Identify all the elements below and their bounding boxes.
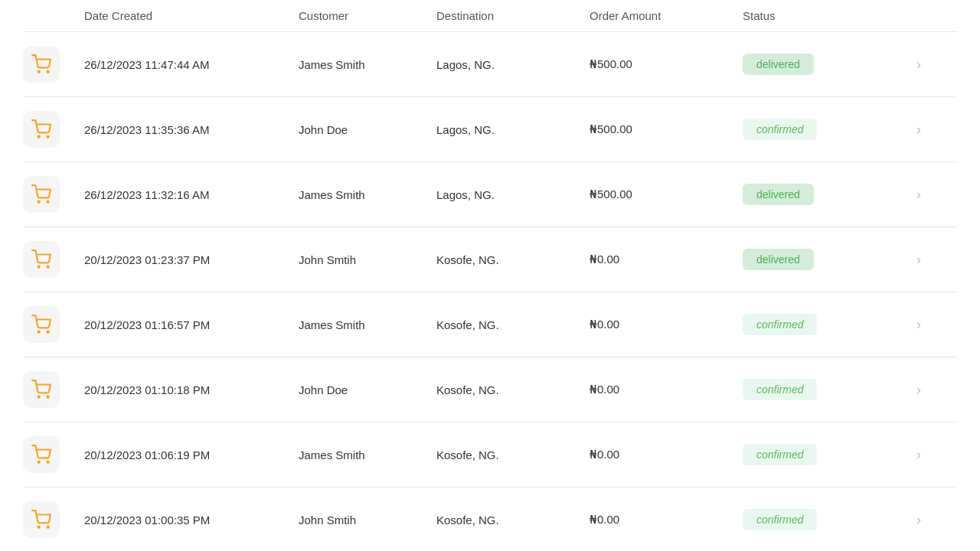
row-status-cell: confirmed (743, 444, 896, 465)
svg-point-6 (38, 266, 40, 268)
status-badge: confirmed (743, 314, 817, 335)
cart-icon-cell (23, 371, 84, 408)
table-row[interactable]: 26/12/2023 11:35:36 AM John Doe Lagos, N… (23, 97, 957, 162)
table-row[interactable]: 20/12/2023 01:06:19 PM James Smith Kosof… (23, 422, 957, 487)
header-order-amount: Order Amount (590, 9, 743, 22)
row-destination: Kosofe, NG. (436, 514, 590, 527)
cart-icon (31, 380, 51, 399)
status-badge: delivered (743, 54, 814, 75)
row-date: 26/12/2023 11:47:44 AM (84, 58, 299, 71)
cart-icon-wrapper (23, 436, 60, 473)
row-customer: John Doe (299, 123, 436, 136)
chevron-right-icon: › (916, 447, 921, 463)
row-action[interactable]: › (896, 317, 942, 333)
status-badge: confirmed (743, 379, 817, 400)
cart-icon (31, 445, 51, 465)
row-action[interactable]: › (896, 382, 942, 398)
row-action[interactable]: › (896, 512, 942, 528)
header-status: Status (743, 9, 896, 22)
row-destination: Kosofe, NG. (436, 318, 590, 331)
cart-icon-cell (23, 241, 84, 278)
cart-icon-wrapper (23, 46, 60, 83)
row-date: 20/12/2023 01:10:18 PM (84, 383, 299, 396)
svg-point-15 (47, 527, 49, 528)
header-destination: Destination (436, 9, 590, 22)
row-date: 20/12/2023 01:06:19 PM (84, 448, 299, 461)
row-status-cell: delivered (743, 249, 896, 270)
svg-point-5 (47, 201, 49, 203)
row-customer: John Smtih (299, 514, 436, 527)
row-status-cell: confirmed (743, 314, 896, 335)
svg-point-10 (38, 396, 40, 398)
cart-icon-cell (23, 176, 84, 213)
svg-point-14 (38, 527, 40, 528)
status-badge: delivered (743, 249, 814, 270)
row-customer: John Smtih (299, 253, 436, 266)
svg-point-2 (38, 136, 40, 138)
table-row[interactable]: 20/12/2023 01:23:37 PM John Smtih Kosofe… (23, 227, 957, 292)
table-row[interactable]: 26/12/2023 11:47:44 AM James Smith Lagos… (23, 32, 957, 97)
chevron-right-icon: › (916, 317, 921, 333)
status-badge: delivered (743, 184, 814, 205)
row-action[interactable]: › (896, 57, 942, 73)
orders-table: Date Created Customer Destination Order … (0, 0, 980, 551)
row-customer: John Doe (299, 383, 436, 396)
table-row[interactable]: 20/12/2023 01:00:35 PM John Smtih Kosofe… (23, 487, 957, 551)
row-action[interactable]: › (896, 447, 942, 463)
row-amount: ₦500.00 (590, 57, 743, 71)
table-row[interactable]: 20/12/2023 01:16:57 PM James Smith Kosof… (23, 292, 957, 357)
svg-point-3 (47, 136, 49, 138)
cart-icon-wrapper (23, 306, 60, 343)
row-destination: Kosofe, NG. (436, 253, 590, 266)
row-amount: ₦0.00 (590, 383, 743, 396)
cart-icon-wrapper (23, 111, 60, 148)
row-amount: ₦0.00 (590, 448, 743, 461)
row-date: 20/12/2023 01:16:57 PM (84, 318, 299, 331)
row-status-cell: delivered (743, 184, 896, 205)
svg-point-11 (47, 396, 49, 398)
row-customer: James Smith (299, 318, 436, 331)
row-amount: ₦0.00 (590, 318, 743, 331)
chevron-right-icon: › (916, 122, 921, 138)
svg-point-7 (47, 266, 49, 268)
svg-point-8 (38, 331, 40, 333)
table-body: 26/12/2023 11:47:44 AM James Smith Lagos… (23, 32, 957, 551)
header-icon-col (23, 9, 84, 22)
status-badge: confirmed (743, 509, 817, 530)
table-row[interactable]: 20/12/2023 01:10:18 PM John Doe Kosofe, … (23, 357, 957, 422)
row-status-cell: confirmed (743, 379, 896, 400)
cart-icon-cell (23, 306, 84, 343)
row-destination: Lagos, NG. (436, 123, 590, 136)
cart-icon-cell (23, 111, 84, 148)
svg-point-13 (47, 461, 49, 463)
svg-point-0 (38, 71, 40, 73)
row-status-cell: confirmed (743, 119, 896, 140)
svg-point-12 (38, 461, 40, 463)
row-destination: Kosofe, NG. (436, 448, 590, 461)
chevron-right-icon: › (916, 252, 921, 268)
row-action[interactable]: › (896, 187, 942, 203)
cart-icon-cell (23, 501, 84, 538)
svg-point-4 (38, 201, 40, 203)
cart-icon (31, 184, 51, 204)
row-date: 26/12/2023 11:35:36 AM (84, 123, 299, 136)
chevron-right-icon: › (916, 512, 921, 528)
row-amount: ₦500.00 (590, 187, 743, 201)
row-destination: Lagos, NG. (436, 188, 590, 201)
cart-icon-cell (23, 46, 84, 83)
row-action[interactable]: › (896, 252, 942, 268)
chevron-right-icon: › (916, 187, 921, 203)
row-action[interactable]: › (896, 122, 942, 138)
row-amount: ₦0.00 (590, 513, 743, 527)
row-amount: ₦0.00 (590, 253, 743, 266)
cart-icon-wrapper (23, 501, 60, 538)
status-badge: confirmed (743, 444, 817, 465)
table-row[interactable]: 26/12/2023 11:32:16 AM James Smith Lagos… (23, 162, 957, 227)
cart-icon-wrapper (23, 241, 60, 278)
row-customer: James Smith (299, 58, 436, 71)
svg-point-1 (47, 71, 49, 73)
row-status-cell: confirmed (743, 509, 896, 530)
chevron-right-icon: › (916, 382, 921, 398)
row-date: 20/12/2023 01:00:35 PM (84, 514, 299, 527)
cart-icon-wrapper (23, 176, 60, 213)
